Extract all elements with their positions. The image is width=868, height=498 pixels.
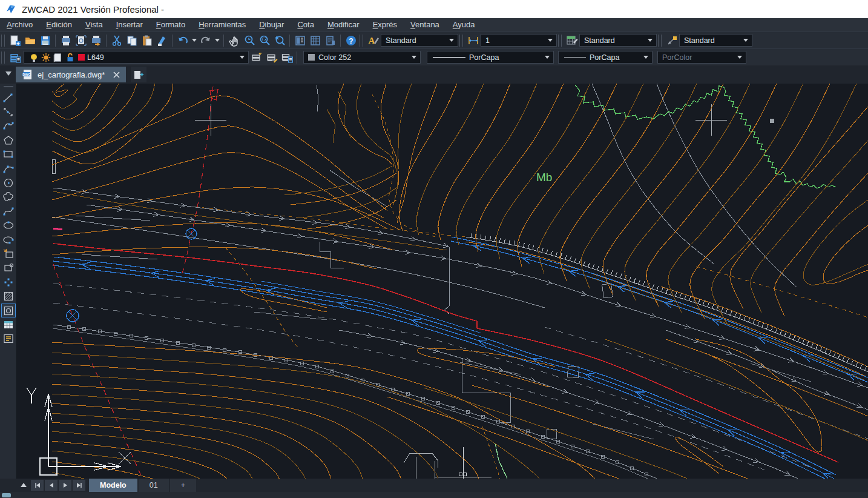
next-tab-button[interactable] bbox=[59, 480, 71, 491]
tab-layout-01[interactable]: 01 bbox=[139, 479, 169, 492]
bulb-on-icon[interactable] bbox=[28, 52, 39, 63]
tool-circle[interactable] bbox=[1, 176, 16, 190]
plot-export-button[interactable] bbox=[88, 33, 104, 48]
color-combo[interactable]: Color 252 bbox=[303, 51, 421, 64]
tool-region[interactable] bbox=[1, 304, 16, 317]
menu-expres[interactable]: Exprés bbox=[366, 18, 404, 32]
save-button[interactable] bbox=[38, 33, 53, 48]
menu-cota[interactable]: Cota bbox=[291, 18, 320, 32]
menu-modificar[interactable]: Modificar bbox=[321, 18, 366, 32]
sheet-palette-button[interactable] bbox=[307, 33, 323, 48]
layer-properties-button[interactable] bbox=[279, 50, 294, 65]
pan-button[interactable] bbox=[226, 33, 242, 48]
tool-mtext[interactable] bbox=[1, 332, 16, 346]
tool-polygon[interactable] bbox=[1, 133, 16, 147]
text-style-combo[interactable]: Standard bbox=[381, 34, 458, 47]
menu-archivo[interactable]: Archivo bbox=[0, 18, 39, 32]
redo-button[interactable] bbox=[198, 33, 213, 48]
mleader-style-icon bbox=[664, 33, 679, 48]
format-painter-button[interactable] bbox=[154, 33, 169, 48]
tool-create-block[interactable] bbox=[1, 261, 16, 275]
chevron-down-icon[interactable] bbox=[545, 56, 550, 59]
document-tab-bar: DWGej_cartografia.dwg* bbox=[0, 65, 868, 84]
draw-toolbar bbox=[0, 84, 17, 479]
undo-button[interactable] bbox=[175, 33, 190, 48]
tool-line[interactable] bbox=[1, 91, 16, 105]
chevron-down-icon[interactable] bbox=[240, 56, 245, 59]
tool-revision-cloud[interactable] bbox=[1, 190, 16, 204]
undo-dropdown[interactable] bbox=[190, 33, 198, 48]
copy-button[interactable] bbox=[124, 33, 139, 48]
print-preview-button[interactable] bbox=[73, 33, 88, 48]
menu-herramientas[interactable]: Herramientas bbox=[192, 18, 252, 32]
new-file-button[interactable] bbox=[7, 33, 22, 48]
menu-vista[interactable]: Vista bbox=[79, 18, 110, 32]
layout-tab-bar: Modelo01+ bbox=[0, 479, 868, 492]
tool-hatch[interactable] bbox=[1, 289, 16, 303]
menu-edicion[interactable]: Edición bbox=[39, 18, 79, 32]
chevron-down-icon[interactable] bbox=[643, 56, 648, 59]
tool-ellipse-arc[interactable] bbox=[1, 233, 16, 247]
tool-arc[interactable] bbox=[1, 162, 16, 176]
layer-combo[interactable]: L649 bbox=[24, 51, 249, 64]
tab-model[interactable]: Modelo bbox=[89, 479, 137, 492]
layer-manager-button[interactable] bbox=[7, 50, 22, 65]
prev-tab-button[interactable] bbox=[45, 480, 58, 491]
tool-rectangle[interactable] bbox=[1, 148, 16, 162]
lock-open-icon[interactable] bbox=[65, 52, 76, 63]
tool-point[interactable] bbox=[1, 275, 16, 289]
zoom-previous-button[interactable] bbox=[272, 33, 287, 48]
dwg-file-icon: DWG bbox=[22, 69, 34, 80]
lineweight-value: PorCapa bbox=[587, 53, 643, 62]
cad-canvas[interactable]: Mb bbox=[17, 84, 868, 479]
menu-ayuda[interactable]: Ayuda bbox=[446, 18, 482, 32]
layer-states-button[interactable] bbox=[264, 50, 279, 65]
tab-list-dropdown[interactable] bbox=[5, 68, 12, 79]
chevron-down-icon[interactable] bbox=[648, 39, 653, 42]
chevron-down-icon[interactable] bbox=[743, 39, 748, 42]
layer-previous-button[interactable] bbox=[249, 50, 264, 65]
tool-insert-block[interactable] bbox=[1, 247, 16, 261]
cut-button[interactable] bbox=[109, 33, 124, 48]
first-tab-button[interactable] bbox=[31, 480, 44, 491]
toolbar-properties: L649Color 252PorCapaPorCapaPorColor bbox=[0, 48, 868, 65]
close-icon[interactable] bbox=[113, 71, 120, 78]
linetype-preview bbox=[432, 55, 467, 61]
menu-dibujar[interactable]: Dibujar bbox=[252, 18, 291, 32]
menu-insertar[interactable]: Insertar bbox=[110, 18, 150, 32]
lineweight-combo[interactable]: PorCapa bbox=[558, 51, 653, 64]
redo-dropdown[interactable] bbox=[213, 33, 221, 48]
chevron-down-icon[interactable] bbox=[449, 39, 454, 42]
print-button[interactable] bbox=[58, 33, 73, 48]
toolbar-grip bbox=[1, 35, 5, 47]
dim-style-combo[interactable]: 1 bbox=[481, 34, 557, 47]
chevron-down-icon[interactable] bbox=[412, 56, 416, 59]
mleader-style-combo[interactable]: Standard bbox=[679, 34, 752, 47]
chevron-down-icon[interactable] bbox=[548, 39, 553, 42]
tool-polyline[interactable] bbox=[1, 119, 16, 133]
zoom-window-button[interactable] bbox=[257, 33, 272, 48]
properties-palette-button[interactable] bbox=[292, 33, 307, 48]
add-layout-tab[interactable]: + bbox=[170, 479, 196, 492]
linetype-combo[interactable]: PorCapa bbox=[427, 51, 554, 64]
table-style-combo[interactable]: Standard bbox=[579, 34, 657, 47]
document-tab[interactable]: DWGej_cartografia.dwg* bbox=[16, 67, 126, 82]
sun-freeze-icon[interactable] bbox=[41, 52, 51, 63]
new-document-button[interactable] bbox=[131, 67, 146, 82]
tool-spline[interactable] bbox=[1, 204, 16, 218]
page-plot-icon[interactable] bbox=[53, 52, 64, 63]
zoom-realtime-button[interactable] bbox=[242, 33, 257, 48]
linetype-value: PorCapa bbox=[467, 53, 545, 62]
tool-table[interactable] bbox=[1, 317, 16, 331]
paste-button[interactable] bbox=[139, 33, 154, 48]
menu-bar: ArchivoEdiciónVistaInsertarFormatoHerram… bbox=[0, 18, 868, 32]
menu-ventana[interactable]: Ventana bbox=[404, 18, 446, 32]
tool-construction-line[interactable] bbox=[1, 105, 16, 119]
quickcalc-palette-button[interactable] bbox=[323, 33, 338, 48]
menu-formato[interactable]: Formato bbox=[150, 18, 192, 32]
model-up-button[interactable] bbox=[17, 480, 30, 491]
help-button[interactable]: ? bbox=[343, 33, 358, 48]
open-folder-button[interactable] bbox=[22, 33, 38, 48]
tool-ellipse[interactable] bbox=[1, 219, 16, 233]
last-tab-button[interactable] bbox=[73, 480, 85, 491]
